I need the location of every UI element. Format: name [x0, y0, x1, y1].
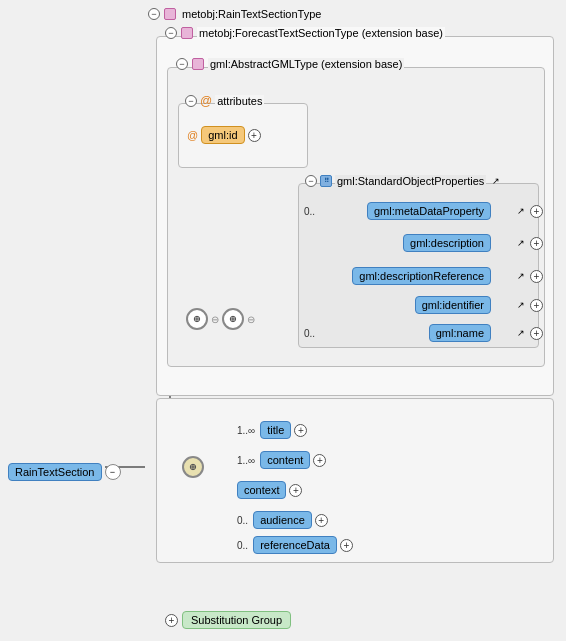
rain-text-section-button[interactable]: RainTextSection: [8, 463, 102, 481]
gml-id-node: @ gml:id +: [187, 126, 261, 144]
title-cardinality: 1..∞: [237, 425, 255, 436]
compositor-seq-2[interactable]: ⊕: [222, 308, 244, 330]
identifier-plus[interactable]: +: [530, 299, 543, 312]
diagram-container: − metobj:RainTextSectionType − metobj:Fo…: [0, 0, 566, 641]
standard-obj-icon: ⠿: [320, 175, 332, 187]
meta-data-plus[interactable]: +: [530, 205, 543, 218]
reference-data-button[interactable]: referenceData: [253, 536, 337, 554]
rain-text-section-type-label: metobj:RainTextSectionType: [180, 8, 323, 20]
lower-compositor[interactable]: ⊕: [182, 456, 204, 478]
audience-cardinality: 0..: [237, 515, 248, 526]
abstract-gml-box: − gml:AbstractGMLType (extension base) −…: [167, 67, 545, 367]
title-plus[interactable]: +: [294, 424, 307, 437]
name-node: 0.. gml:name ↗ +: [304, 324, 543, 342]
reference-data-row: 0.. referenceData +: [237, 536, 353, 554]
rain-text-type-icon: [164, 8, 176, 20]
description-ref-nav[interactable]: ↗: [514, 270, 527, 283]
forecast-type-label: metobj:ForecastTextSectionType (extensio…: [197, 27, 445, 39]
title-row: 1..∞ title +: [237, 421, 307, 439]
identifier-nav[interactable]: ↗: [514, 299, 527, 312]
substitution-group: + Substitution Group: [165, 611, 291, 629]
content-row: 1..∞ content +: [237, 451, 326, 469]
description-ref-plus[interactable]: +: [530, 270, 543, 283]
context-row: context +: [237, 481, 302, 499]
forecast-type-icon: [181, 27, 193, 39]
lower-section-box: ⊕ 1..∞ title + 1..∞ content + context + …: [156, 398, 554, 563]
attributes-box: − @ attributes @ gml:id +: [178, 103, 308, 168]
description-button[interactable]: gml:description: [403, 234, 491, 252]
audience-row: 0.. audience +: [237, 511, 328, 529]
reference-data-cardinality: 0..: [237, 540, 248, 551]
rain-text-section-type-header: − metobj:RainTextSectionType: [148, 8, 323, 20]
meta-data-button[interactable]: gml:metaDataProperty: [367, 202, 491, 220]
forecast-box: − metobj:ForecastTextSectionType (extens…: [156, 36, 554, 396]
standard-obj-nav-icon[interactable]: ↗: [489, 174, 502, 187]
audience-button[interactable]: audience: [253, 511, 312, 529]
meta-data-cardinality: 0..: [304, 206, 315, 217]
description-nav[interactable]: ↗: [514, 237, 527, 250]
content-cardinality: 1..∞: [237, 455, 255, 466]
gml-id-button[interactable]: gml:id: [201, 126, 244, 144]
audience-plus[interactable]: +: [315, 514, 328, 527]
name-button[interactable]: gml:name: [429, 324, 491, 342]
gml-id-plus[interactable]: +: [248, 129, 261, 142]
reference-data-plus[interactable]: +: [340, 539, 353, 552]
standard-obj-label: gml:StandardObjectProperties: [335, 175, 486, 187]
name-cardinality: 0..: [304, 328, 315, 339]
context-button[interactable]: context: [237, 481, 286, 499]
description-ref-button[interactable]: gml:descriptionReference: [352, 267, 491, 285]
abstract-gml-icon: [192, 58, 204, 70]
identifier-button[interactable]: gml:identifier: [415, 296, 491, 314]
description-plus[interactable]: +: [530, 237, 543, 250]
rain-text-section-node: RainTextSection −: [8, 463, 121, 481]
context-plus[interactable]: +: [289, 484, 302, 497]
forecast-type-header: − metobj:ForecastTextSectionType (extens…: [165, 27, 445, 39]
content-plus[interactable]: +: [313, 454, 326, 467]
collapse-forecast[interactable]: −: [165, 27, 177, 39]
meta-data-node: 0.. gml:metaDataProperty ↗ +: [304, 202, 543, 220]
abstract-gml-header: − gml:AbstractGMLType (extension base): [176, 58, 404, 70]
lower-compositor-icon[interactable]: ⊕: [182, 456, 204, 478]
description-node: gml:description ↗ +: [304, 234, 543, 252]
standard-obj-header: − ⠿ gml:StandardObjectProperties ↗: [305, 174, 502, 187]
collapse-attributes[interactable]: −: [185, 95, 197, 107]
name-nav[interactable]: ↗: [514, 327, 527, 340]
collapse-rain-text[interactable]: −: [148, 8, 160, 20]
subst-group-label[interactable]: Substitution Group: [182, 611, 291, 629]
subst-group-plus[interactable]: +: [165, 614, 178, 627]
upper-compositor-group: ⊕ ⊖ ⊕ ⊖: [186, 308, 255, 330]
attributes-header: − @ attributes: [185, 94, 264, 108]
abstract-gml-label: gml:AbstractGMLType (extension base): [208, 58, 404, 70]
standard-obj-box: − ⠿ gml:StandardObjectProperties ↗ 0.. g…: [298, 183, 539, 348]
name-plus[interactable]: +: [530, 327, 543, 340]
rain-text-section-minus[interactable]: −: [105, 464, 121, 480]
identifier-node: gml:identifier ↗ +: [304, 296, 543, 314]
collapse-standard-obj[interactable]: −: [305, 175, 317, 187]
compositor-seq-1[interactable]: ⊕: [186, 308, 208, 330]
title-button[interactable]: title: [260, 421, 291, 439]
meta-data-nav[interactable]: ↗: [514, 205, 527, 218]
attributes-label: attributes: [215, 95, 264, 107]
description-ref-node: gml:descriptionReference ↗ +: [304, 267, 543, 285]
content-button[interactable]: content: [260, 451, 310, 469]
collapse-abstract-gml[interactable]: −: [176, 58, 188, 70]
